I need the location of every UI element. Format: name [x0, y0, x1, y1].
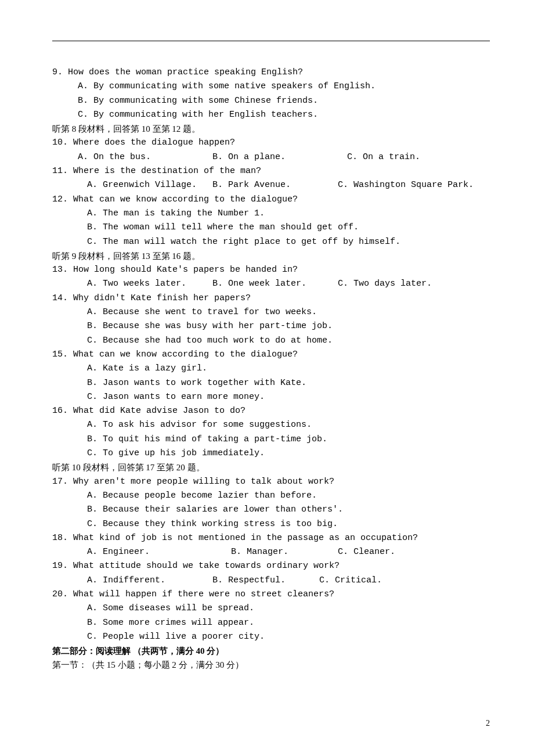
q19-opt-b: B. Respectful. — [212, 574, 319, 588]
q9-opt-b: B. By communicating with some Chinese fr… — [52, 94, 490, 108]
q9-opt-a: A. By communicating with some native spe… — [52, 80, 490, 93]
exam-content: 9. How does the woman practice speaking … — [52, 66, 490, 672]
q18-opt-a: A. Engineer. — [87, 545, 231, 559]
q10-opt-c: C. On a train. — [347, 150, 490, 164]
q13-opt-b: B. One week later. — [212, 277, 338, 291]
q18-options: A. Engineer. B. Manager. C. Cleaner. — [52, 545, 490, 559]
q9-stem: 9. How does the woman practice speaking … — [52, 66, 490, 80]
q11-opt-c: C. Washington Square Park. — [338, 178, 490, 192]
q20-opt-a: A. Some diseases will be spread. — [52, 602, 490, 615]
q13-opt-c: C. Two days later. — [338, 277, 490, 291]
q15-opt-c: C. Jason wants to earn more money. — [52, 390, 490, 404]
q19-opt-a: A. Indifferent. — [87, 574, 212, 588]
header-rule — [52, 41, 490, 41]
q14-opt-a: A. Because she went to travel for two we… — [52, 305, 490, 319]
q14-opt-b: B. Because she was busy with her part-ti… — [52, 319, 490, 333]
q20-opt-b: B. Some more crimes will appear. — [52, 616, 490, 630]
q16-stem: 16. What did Kate advise Jason to do? — [52, 404, 490, 418]
part2-subheader: 第一节：（共 15 小题；每小题 2 分，满分 30 分） — [52, 658, 490, 672]
segment-10-instruction: 听第 10 段材料，回答第 17 至第 20 题。 — [52, 460, 490, 474]
q17-opt-b: B. Because their salaries are lower than… — [52, 503, 490, 517]
q15-opt-b: B. Jason wants to work together with Kat… — [52, 376, 490, 390]
q11-opt-b: B. Park Avenue. — [212, 178, 338, 192]
q15-stem: 15. What can we know according to the di… — [52, 348, 490, 362]
part2-header: 第二部分：阅读理解 （共两节，满分 40 分） — [52, 644, 490, 658]
q10-opt-b: B. On a plane. — [212, 150, 347, 164]
q11-opt-a: A. Greenwich Village. — [87, 178, 212, 192]
q20-opt-c: C. People will live a poorer city. — [52, 630, 490, 644]
q16-opt-c: C. To give up his job immediately. — [52, 447, 490, 460]
q10-stem: 10. Where does the dialogue happen? — [52, 136, 490, 150]
q18-opt-c: C. Cleaner. — [338, 545, 490, 559]
q15-opt-a: A. Kate is a lazy girl. — [52, 362, 490, 376]
q17-opt-a: A. Because people become lazier than bef… — [52, 489, 490, 503]
q13-opt-a: A. Two weeks later. — [87, 277, 212, 291]
q12-opt-a: A. The man is taking the Number 1. — [52, 207, 490, 221]
q9-opt-c: C. By communicating with her English tea… — [52, 108, 490, 122]
page-number: 2 — [486, 717, 490, 730]
q19-options: A. Indifferent. B. Respectful. C. Critic… — [52, 574, 490, 588]
q10-opt-a: A. On the bus. — [78, 150, 212, 164]
q17-stem: 17. Why aren't more people willing to ta… — [52, 475, 490, 489]
q16-opt-a: A. To ask his advisor for some suggestio… — [52, 418, 490, 432]
q10-options: A. On the bus. B. On a plane. C. On a tr… — [52, 150, 490, 164]
q12-opt-c: C. The man will watch the right place to… — [52, 235, 490, 249]
q13-stem: 13. How long should Kate's papers be han… — [52, 263, 490, 277]
segment-9-instruction: 听第 9 段材料，回答第 13 至第 16 题。 — [52, 249, 490, 263]
q14-opt-c: C. Because she had too much work to do a… — [52, 334, 490, 348]
q16-opt-b: B. To quit his mind of taking a part-tim… — [52, 433, 490, 447]
q19-opt-c: C. Critical. — [319, 574, 490, 588]
q19-stem: 19. What attitude should we take towards… — [52, 559, 490, 573]
q18-stem: 18. What kind of job is not mentioned in… — [52, 531, 490, 545]
q11-stem: 11. Where is the destination of the man? — [52, 164, 490, 178]
q17-opt-c: C. Because they think working stress is … — [52, 517, 490, 531]
q12-opt-b: B. The woman will tell where the man sho… — [52, 221, 490, 235]
q11-options: A. Greenwich Village. B. Park Avenue. C.… — [52, 178, 490, 192]
q14-stem: 14. Why didn't Kate finish her papers? — [52, 291, 490, 305]
q18-opt-b: B. Manager. — [231, 545, 338, 559]
q13-options: A. Two weeks later. B. One week later. C… — [52, 277, 490, 291]
segment-8-instruction: 听第 8 段材料，回答第 10 至第 12 题。 — [52, 122, 490, 136]
q20-stem: 20. What will happen if there were no st… — [52, 588, 490, 602]
q12-stem: 12. What can we know according to the di… — [52, 193, 490, 207]
